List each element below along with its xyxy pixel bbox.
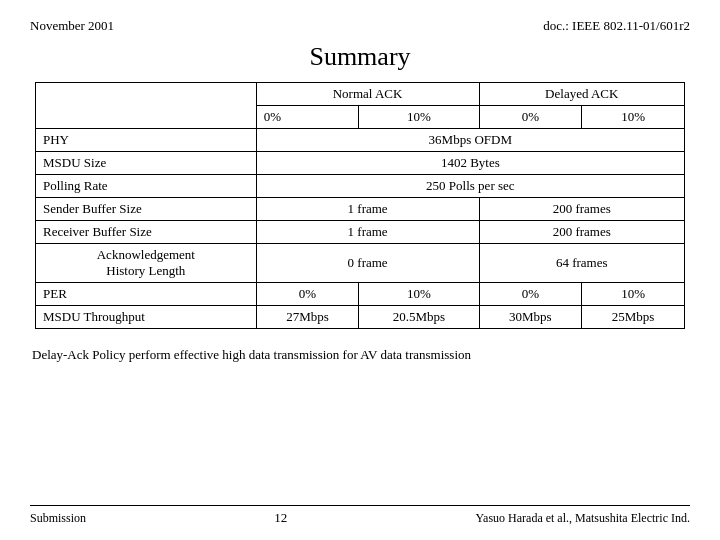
sender-normal: 1 frame [256, 198, 479, 221]
table-row: MSDU Throughput 27Mbps 20.5Mbps 30Mbps 2… [36, 306, 685, 329]
summary-table: Normal ACK Delayed ACK 0% 10% 0% 10% PHY… [35, 82, 685, 329]
title-section: Summary [30, 42, 690, 72]
table-row: MSDU Size 1402 Bytes [36, 152, 685, 175]
sender-delayed: 200 frames [479, 198, 684, 221]
header-date: November 2001 [30, 18, 114, 34]
table-row: PER 0% 10% 0% 10% [36, 283, 685, 306]
polling-value: 250 Polls per sec [256, 175, 684, 198]
footer-submission: Submission [30, 511, 86, 526]
tp-d0: 30Mbps [479, 306, 582, 329]
row-label-throughput: MSDU Throughput [36, 306, 257, 329]
footer-author: Yasuo Harada et al., Matsushita Electric… [476, 511, 690, 526]
table-row: PHY 36Mbps OFDM [36, 129, 685, 152]
msdu-value: 1402 Bytes [256, 152, 684, 175]
table-row: Polling Rate 250 Polls per sec [36, 175, 685, 198]
delayed-0: 0% [479, 106, 582, 129]
col-normal-ack: Normal ACK [256, 83, 479, 106]
table-row: Receiver Buffer Size 1 frame 200 frames [36, 221, 685, 244]
summary-text: Delay-Ack Policy perform effective high … [30, 347, 690, 363]
receiver-normal: 1 frame [256, 221, 479, 244]
col-delayed-ack: Delayed ACK [479, 83, 684, 106]
footer-page-number: 12 [274, 510, 287, 526]
row-label-sender: Sender Buffer Size [36, 198, 257, 221]
page-title: Summary [30, 42, 690, 72]
table-row: AcknowledgementHistory Length 0 frame 64… [36, 244, 685, 283]
col-empty [36, 83, 257, 129]
table-wrapper: Normal ACK Delayed ACK 0% 10% 0% 10% PHY… [30, 82, 690, 329]
footer: Submission 12 Yasuo Harada et al., Matsu… [30, 505, 690, 526]
ackhl-normal: 0 frame [256, 244, 479, 283]
row-label-msdu: MSDU Size [36, 152, 257, 175]
tp-n10: 20.5Mbps [359, 306, 479, 329]
page: November 2001 doc.: IEEE 802.11-01/601r2… [0, 0, 720, 540]
per-n0: 0% [256, 283, 359, 306]
row-label-receiver: Receiver Buffer Size [36, 221, 257, 244]
per-d0: 0% [479, 283, 582, 306]
normal-0: 0% [256, 106, 359, 129]
normal-10: 10% [359, 106, 479, 129]
delayed-10: 10% [582, 106, 685, 129]
receiver-delayed: 200 frames [479, 221, 684, 244]
per-n10: 10% [359, 283, 479, 306]
table-row: Sender Buffer Size 1 frame 200 frames [36, 198, 685, 221]
tp-d10: 25Mbps [582, 306, 685, 329]
header: November 2001 doc.: IEEE 802.11-01/601r2 [30, 18, 690, 34]
table-row: Normal ACK Delayed ACK [36, 83, 685, 106]
header-doc: doc.: IEEE 802.11-01/601r2 [543, 18, 690, 34]
per-d10: 10% [582, 283, 685, 306]
ackhl-delayed: 64 frames [479, 244, 684, 283]
tp-n0: 27Mbps [256, 306, 359, 329]
row-label-ack-hist: AcknowledgementHistory Length [36, 244, 257, 283]
phy-value: 36Mbps OFDM [256, 129, 684, 152]
row-label-phy: PHY [36, 129, 257, 152]
row-label-polling: Polling Rate [36, 175, 257, 198]
row-label-per: PER [36, 283, 257, 306]
